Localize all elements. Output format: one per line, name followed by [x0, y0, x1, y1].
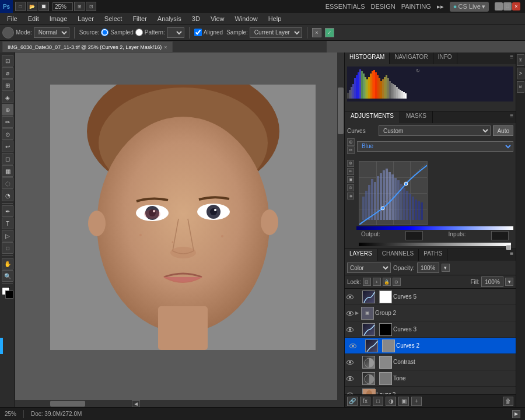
lock-extra-btn[interactable]: ⊙	[393, 278, 401, 286]
document-tab[interactable]: IMG_6030_Date30_07_11-3.tif @ 25% (Curve…	[2, 41, 173, 52]
menu-analysis[interactable]: Analysis	[153, 14, 186, 23]
link-layers-btn[interactable]: 🔗	[347, 397, 358, 406]
output-value[interactable]	[405, 231, 423, 240]
hand-tool[interactable]: ✋	[2, 258, 13, 270]
prev-frame-btn[interactable]: ◀	[132, 400, 140, 407]
vertical-scrollbar[interactable]	[337, 52, 344, 400]
healing-tool[interactable]: ⊕	[2, 104, 13, 116]
eye-tone[interactable]	[346, 374, 354, 383]
paths-tab[interactable]: PATHS	[419, 249, 447, 261]
layer-row-group2[interactable]: ▶ ▣ Group 2	[345, 305, 516, 321]
new-layer-btn[interactable]: +	[411, 397, 422, 406]
layer-row-curves3[interactable]: Curves 3	[345, 321, 516, 338]
lock-pixels-btn[interactable]: ⊡	[363, 278, 371, 286]
curves-tool-1[interactable]: ⊕	[347, 160, 354, 167]
clone-tool[interactable]: ⊙	[2, 128, 13, 140]
curves-graph[interactable]	[359, 161, 428, 225]
delete-layer-btn[interactable]: 🗑	[503, 397, 513, 406]
color-swatches[interactable]	[2, 287, 13, 299]
navigator-tab[interactable]: NAVIGATOR	[390, 52, 433, 64]
mask-btn[interactable]: □	[373, 397, 383, 406]
cs-live-btn[interactable]: ● CS Live ▾	[450, 2, 489, 12]
eraser-tool[interactable]: ◻	[2, 153, 13, 164]
layer-row-tone[interactable]: Tone	[345, 370, 516, 387]
eye-curves3[interactable]	[346, 326, 354, 334]
blur-tool[interactable]: ◌	[2, 177, 13, 189]
crop-tool[interactable]: ⊞	[2, 79, 13, 91]
nav-arrow-btn[interactable]: ▶	[512, 410, 520, 418]
curves-slider-handle[interactable]	[506, 245, 511, 250]
essentials-link[interactable]: ESSENTIALS	[326, 3, 365, 10]
new-doc-icon[interactable]: □	[15, 2, 26, 11]
eye-curves5[interactable]	[346, 293, 354, 301]
channel-select[interactable]: Blue RGB Red Green	[357, 141, 513, 152]
eye-layer2[interactable]	[346, 391, 354, 395]
menu-layer[interactable]: Layer	[73, 14, 99, 23]
close-btn[interactable]: ×	[512, 2, 520, 10]
arrange-icon[interactable]: ⊡	[86, 2, 96, 11]
v-scroll-thumb[interactable]	[338, 88, 344, 134]
layers-tab[interactable]: LAYERS	[345, 249, 377, 261]
zoom-tool[interactable]: 🔍	[2, 270, 13, 282]
eyedropper-tool[interactable]: ◈	[2, 92, 13, 103]
design-link[interactable]: DESIGN	[370, 3, 395, 10]
eye-curves2[interactable]	[349, 342, 357, 350]
curves-tool-3[interactable]: ▣	[347, 176, 354, 183]
histogram-tab[interactable]: HISTOGRAM	[345, 52, 390, 64]
histogram-options-btn[interactable]: ≡	[508, 52, 516, 64]
auto-btn[interactable]: Auto	[493, 125, 513, 136]
blend-mode-select[interactable]: Color Normal Multiply Screen	[347, 262, 391, 273]
history-panel-icon[interactable]: H	[517, 54, 524, 66]
sample-select[interactable]: Current Layer	[250, 27, 302, 38]
fill-input[interactable]: 100%	[481, 276, 503, 287]
adjustments-tab[interactable]: ADJUSTMENTS	[345, 111, 400, 123]
zoom-input[interactable]	[52, 2, 73, 11]
eye-group2[interactable]	[346, 309, 354, 317]
opacity-input[interactable]: 100%	[417, 262, 439, 273]
browse-icon[interactable]: 🔲	[38, 2, 49, 11]
actions-panel-icon[interactable]: A	[517, 68, 524, 79]
expand-group2[interactable]: ▶	[355, 310, 360, 316]
menu-image[interactable]: Image	[45, 14, 72, 23]
accept-clone-btn[interactable]: ✓	[325, 28, 334, 37]
menu-select[interactable]: Select	[100, 14, 127, 23]
layers-list[interactable]: Curves 5 ▶ ▣ Group 2	[345, 289, 516, 394]
curves-point-tool[interactable]: ⊕	[347, 138, 355, 146]
layer-style-btn[interactable]: fx	[360, 397, 370, 406]
adj-options-btn[interactable]: ≡	[508, 111, 516, 123]
adjustment-layer-btn[interactable]: ◑	[386, 397, 396, 406]
h-scroll-thumb[interactable]	[50, 401, 85, 407]
layer-row-curves5[interactable]: Curves 5	[345, 289, 516, 305]
eye-contrast[interactable]	[346, 358, 354, 366]
curves-tool-4[interactable]: ⊙	[347, 184, 354, 191]
menu-view[interactable]: View	[206, 14, 229, 23]
menu-window[interactable]: Window	[230, 14, 262, 23]
lock-all-btn[interactable]: 🔒	[383, 278, 391, 286]
marquee-tool[interactable]: ⊡	[2, 55, 13, 66]
pattern-radio[interactable]	[135, 29, 143, 36]
mode-select[interactable]: Normal	[34, 27, 69, 38]
dodge-tool[interactable]: ◔	[2, 190, 13, 201]
curves-tool-2[interactable]: ✏	[347, 168, 354, 175]
channels-tab[interactable]: CHANNELS	[377, 249, 419, 261]
curves-tool-5[interactable]: ◈	[347, 192, 354, 200]
lasso-tool[interactable]: ⌀	[2, 67, 13, 79]
view-icon[interactable]: ⊞	[74, 2, 85, 11]
menu-edit[interactable]: Edit	[23, 14, 44, 23]
layers-options-btn[interactable]: ≡	[508, 249, 516, 261]
gradient-tool[interactable]: ▦	[2, 165, 13, 177]
pattern-select[interactable]	[167, 27, 184, 38]
open-icon[interactable]: 📂	[27, 2, 37, 11]
minimize-btn[interactable]: _	[495, 2, 503, 10]
layer-row-curves2[interactable]: Curves 2	[345, 338, 516, 354]
layer-row-layer2[interactable]: Layer 2	[345, 387, 516, 394]
sampled-radio[interactable]	[101, 29, 108, 36]
type-tool[interactable]: T	[2, 218, 13, 229]
history-tool[interactable]: ↩	[2, 141, 13, 152]
menu-file[interactable]: File	[2, 14, 22, 23]
input-value[interactable]	[491, 231, 509, 240]
layer-row-contrast[interactable]: Contrast	[345, 354, 516, 370]
canvas-area[interactable]: ◀	[15, 52, 344, 407]
opacity-arrow[interactable]: ▾	[442, 264, 450, 272]
menu-filter[interactable]: Filter	[128, 14, 151, 23]
